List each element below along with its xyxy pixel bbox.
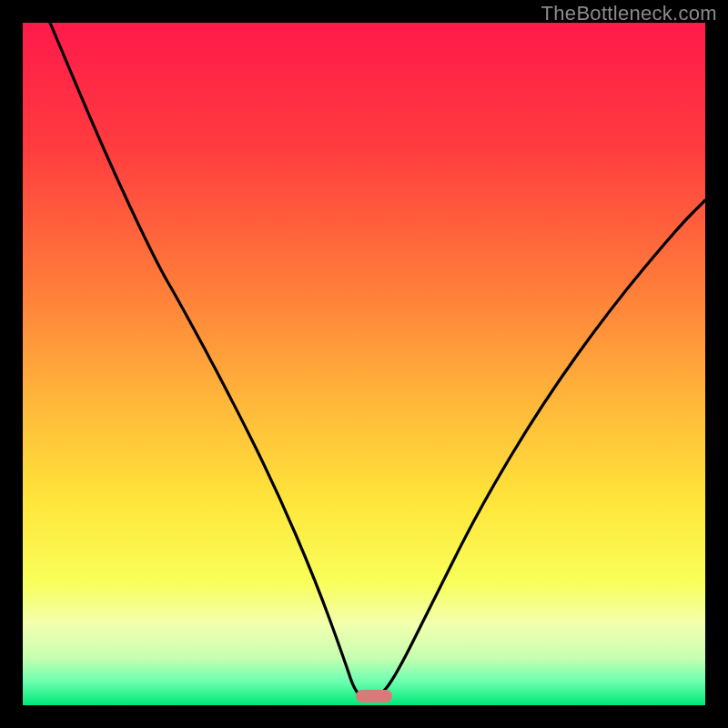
plot-area bbox=[23, 23, 705, 705]
outer-frame: TheBottleneck.com bbox=[0, 0, 728, 728]
severity-gradient bbox=[23, 23, 705, 705]
